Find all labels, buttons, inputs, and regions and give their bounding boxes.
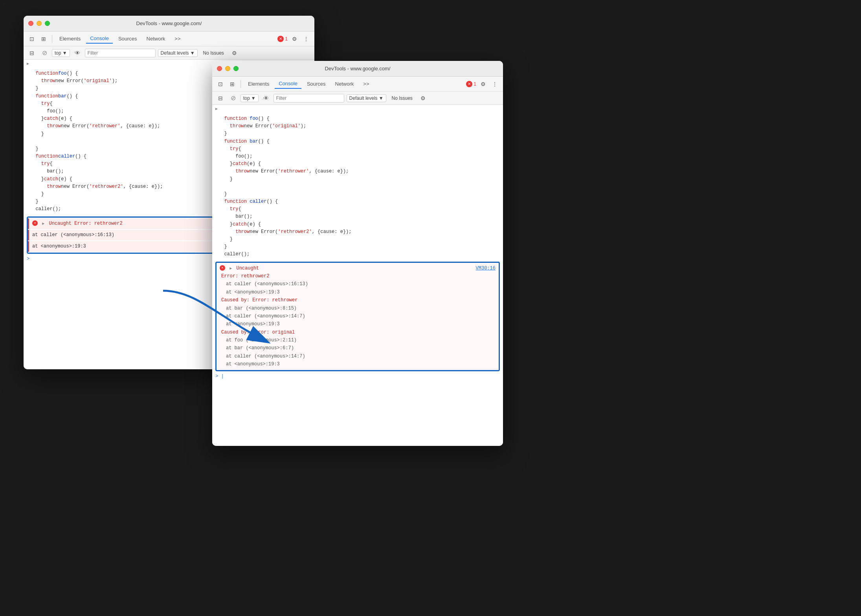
error-caused-1-line-3: at <anonymous>:19:3: [220, 320, 496, 328]
separator-1-front: [240, 80, 241, 88]
expand-icon-front[interactable]: ▶: [215, 106, 218, 111]
tab-elements-back[interactable]: Elements: [55, 34, 84, 43]
error-expand-front[interactable]: ▶: [229, 266, 232, 271]
f-code-line-7: } catch (e) {: [215, 160, 500, 168]
error-caused-2-line-4: at <anonymous>:19:3: [220, 360, 496, 368]
console-content-front: ▶ function foo() { throw new Error('orig…: [212, 105, 503, 446]
title-bar-front: DevTools - www.google.com/: [212, 61, 503, 77]
default-levels-front[interactable]: Default levels ▼: [347, 94, 386, 102]
filter-input-front[interactable]: [274, 94, 344, 103]
error-header-text: Uncaught: [236, 266, 259, 271]
top-dropdown-front[interactable]: top ▼: [240, 94, 259, 102]
error-icon-front: ✕: [220, 265, 225, 271]
error-detail-left: ✕ ▶ Uncaught: [220, 264, 259, 272]
error-detail-line-2: at <anonymous>:19:3: [220, 288, 496, 296]
f-code-line-15: } catch (e) {: [215, 221, 500, 228]
f-code-line-3: }: [215, 130, 500, 138]
error-caused-2: Caused by: Error: original: [220, 328, 496, 336]
more-icon-back[interactable]: ⋮: [301, 34, 311, 44]
error-badge-front: ✕: [466, 81, 472, 87]
minimize-button-front[interactable]: [225, 66, 230, 71]
close-button-front[interactable]: [217, 66, 222, 71]
tab-sources-back[interactable]: Sources: [114, 34, 141, 43]
f-code-line-6: foo();: [215, 153, 500, 160]
settings-icon-console-back[interactable]: ⚙: [229, 48, 240, 58]
clear-icon-back[interactable]: ⊘: [39, 48, 50, 58]
chevron-icon-front: ▼: [251, 95, 256, 101]
f-code-line-9: }: [215, 176, 500, 183]
f-code-line-12: function caller() {: [215, 198, 500, 205]
error-detail-header: ✕ ▶ Uncaught VM30:16: [220, 264, 496, 272]
more-icon-front[interactable]: ⋮: [490, 79, 500, 89]
tab-more-back[interactable]: >>: [171, 34, 184, 43]
error-caused-2-line-2: at bar (<anonymous>:6:7): [220, 344, 496, 352]
f-code-line-4: function bar() {: [215, 138, 500, 145]
error-caused-1-line-1: at bar (<anonymous>:8:15): [220, 304, 496, 312]
console-toolbar-back: ⊟ ⊘ top ▼ 👁 Default levels ▼ No Issues ⚙: [24, 46, 314, 60]
code-expand-arrow-front[interactable]: ▶: [212, 106, 503, 114]
sidebar-icon-front[interactable]: ⊟: [215, 93, 226, 103]
f-code-line-17: }: [215, 236, 500, 243]
device-icon[interactable]: ⊞: [39, 34, 49, 44]
error-caused-2-line-3: at caller (<anonymous>:14:7): [220, 352, 496, 360]
filter-input-back[interactable]: [85, 49, 156, 57]
error-caused-1: Caused by: Error: rethrower: [220, 296, 496, 304]
chevron-icon-levels-back: ▼: [190, 50, 195, 56]
inspect-icon-front[interactable]: ⊡: [215, 79, 226, 89]
maximize-button-front[interactable]: [233, 66, 239, 71]
tab-more-front[interactable]: >>: [359, 79, 373, 88]
clear-icon-front[interactable]: ⊘: [228, 93, 238, 103]
tabs-toolbar-back: ⊡ ⊞ Elements Console Sources Network >> …: [24, 31, 314, 46]
no-issues-back[interactable]: No Issues: [200, 50, 227, 57]
traffic-lights-front: [217, 66, 239, 71]
f-code-line-19: caller();: [215, 251, 500, 258]
maximize-button-back[interactable]: [45, 21, 50, 26]
error-count-front[interactable]: ✕ 1: [466, 81, 476, 87]
tab-console-back[interactable]: Console: [86, 34, 113, 44]
default-levels-back[interactable]: Default levels ▼: [158, 49, 198, 57]
inspect-icon[interactable]: ⊡: [27, 34, 37, 44]
eye-icon-front[interactable]: 👁: [261, 93, 271, 103]
error-caused-2-line-1: at foo (<anonymous>:2:11): [220, 336, 496, 344]
expand-icon[interactable]: ▶: [27, 61, 29, 66]
error-count-back[interactable]: ✕ 1: [277, 36, 288, 42]
f-code-line-5: try {: [215, 145, 500, 153]
error-icon-back: ✕: [32, 220, 38, 226]
top-dropdown-back[interactable]: top ▼: [52, 49, 70, 57]
f-code-line-16: throw new Error('rethrower2', {cause: e}…: [215, 228, 500, 236]
error-badge-back: ✕: [277, 36, 284, 42]
f-code-line-13: try {: [215, 205, 500, 213]
tab-sources-front[interactable]: Sources: [303, 79, 330, 88]
error-main-back: Uncaught Error: rethrower2: [49, 221, 122, 226]
error-expand-back[interactable]: ▶: [42, 222, 44, 226]
sidebar-icon-back[interactable]: ⊟: [27, 48, 37, 58]
error-detail-line-0: Error: rethrower2: [220, 272, 496, 280]
traffic-lights-back: [28, 21, 50, 26]
tab-console-front[interactable]: Console: [275, 79, 301, 89]
console-toolbar-front: ⊟ ⊘ top ▼ 👁 Default levels ▼ No Issues ⚙: [212, 92, 503, 105]
window-title-front: DevTools - www.google.com/: [325, 66, 391, 72]
tab-elements-front[interactable]: Elements: [244, 79, 273, 88]
code-section-front: function foo() { throw new Error('origin…: [212, 114, 503, 260]
no-issues-front[interactable]: No Issues: [389, 95, 416, 102]
f-code-line-8: throw new Error('rethrower', {cause: e})…: [215, 168, 500, 175]
f-code-line-2: throw new Error('original');: [215, 123, 500, 130]
chevron-icon-back: ▼: [62, 50, 67, 56]
settings-icon-back[interactable]: ⚙: [289, 34, 299, 44]
title-bar-back: DevTools - www.google.com/: [24, 16, 314, 31]
separator-1: [52, 35, 52, 43]
tab-network-back[interactable]: Network: [143, 34, 169, 43]
settings-icon-console-front[interactable]: ⚙: [418, 93, 428, 103]
vm-link[interactable]: VM30:16: [476, 264, 496, 272]
settings-icon-front[interactable]: ⚙: [478, 79, 488, 89]
f-code-line-11: }: [215, 191, 500, 198]
tab-network-front[interactable]: Network: [331, 79, 358, 88]
close-button-back[interactable]: [28, 21, 33, 26]
f-code-line-1: function foo() {: [215, 115, 500, 123]
eye-icon-back[interactable]: 👁: [72, 48, 83, 58]
minimize-button-back[interactable]: [37, 21, 42, 26]
device-icon-front[interactable]: ⊞: [227, 79, 237, 89]
f-code-line-18: }: [215, 243, 500, 251]
f-code-line-10: [215, 183, 500, 191]
prompt-front[interactable]: > |: [212, 373, 503, 380]
